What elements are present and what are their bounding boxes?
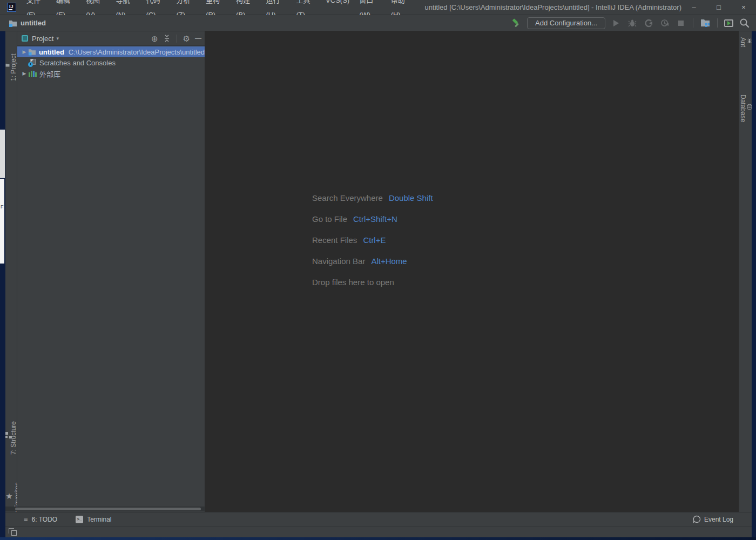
chevron-down-icon[interactable]: ▾ (56, 36, 59, 41)
toolwindow-button-project[interactable]: 1: Project (5, 36, 17, 95)
shortcut-hints: Search Everywhere Double Shift Go to Fil… (312, 187, 433, 293)
hide-panel-icon[interactable]: — (195, 35, 201, 42)
toolbar-separator (717, 18, 718, 28)
bottom-toolwindow-bar: ≡ 6: TODO >_ Terminal Event Log (5, 512, 752, 526)
logo-text: IJ (9, 4, 14, 9)
project-panel: Project ▾ ⊕ ⚙ — ▶ untit (17, 31, 205, 512)
libraries-icon (28, 70, 37, 77)
breadcrumb-project-name: untitled (21, 19, 46, 27)
monitor-play-icon[interactable] (724, 19, 733, 27)
close-button[interactable]: × (731, 0, 756, 15)
tree-row-external-libraries[interactable]: ▶ 外部库 (17, 68, 205, 79)
maximize-button[interactable]: □ (706, 0, 731, 15)
toolwindow-button-structure[interactable]: 7: Structure (5, 406, 17, 465)
minimize-button[interactable]: – (681, 0, 706, 15)
hint-recent-files: Recent Files Ctrl+E (312, 230, 433, 251)
structure-icon (5, 432, 10, 438)
hint-label: Recent Files (312, 235, 357, 245)
tree-item-name: 外部库 (39, 69, 60, 79)
window-controls: – □ × (681, 0, 756, 15)
hint-navigation-bar: Navigation Bar Alt+Home (312, 251, 433, 272)
hint-shortcut: Ctrl+Shift+N (353, 214, 397, 224)
star-icon: ★ (5, 492, 14, 502)
project-panel-hscrollbar[interactable] (5, 507, 205, 511)
event-log-label: Event Log (704, 516, 733, 523)
toolwindow-label-database: Database (739, 94, 747, 122)
hint-label: Navigation Bar (312, 256, 365, 266)
terminal-icon: >_ (76, 516, 83, 523)
expand-arrow-icon[interactable]: ▶ (21, 71, 28, 76)
desktop-edge-bottom (0, 537, 756, 540)
tree-item-name: Scratches and Consoles (39, 59, 116, 67)
tree-item-path: C:\Users\Administrator\IdeaProjects\unti… (69, 48, 205, 56)
gear-icon[interactable]: ⚙ (183, 35, 190, 43)
stop-icon (676, 18, 686, 29)
hint-shortcut: Ctrl+E (363, 235, 386, 245)
tree-row-scratches[interactable]: ▶ Scratches and Consoles (17, 57, 205, 68)
event-log-balloon-icon (693, 515, 701, 523)
add-configuration-button[interactable]: Add Configuration... (527, 17, 605, 29)
tree-row-untitled[interactable]: ▶ untitled C:\Users\Administrator\IdeaPr… (17, 46, 205, 57)
hint-search-everywhere: Search Everywhere Double Shift (312, 187, 433, 208)
screen: IJ 文件(F) 编辑(E) 视图(V) 导航(N) 代码(C) 分析(Z) 重… (0, 0, 756, 540)
toolwindow-button-ant[interactable]: Ant (739, 35, 752, 47)
toolwindow-label-terminal: Terminal (87, 516, 111, 523)
project-structure-icon[interactable] (700, 18, 711, 29)
hint-go-to-file: Go to File Ctrl+Shift+N (312, 208, 433, 230)
toolbar-actions: Add Configuration... (511, 17, 750, 29)
build-hammer-icon[interactable] (511, 18, 522, 29)
title-bar: IJ 文件(F) 编辑(E) 视图(V) 导航(N) 代码(C) 分析(Z) 重… (0, 0, 756, 15)
todo-list-icon: ≡ (24, 515, 28, 523)
event-log-button[interactable]: Event Log (693, 515, 733, 523)
toolwindow-button-todo[interactable]: ≡ 6: TODO (24, 515, 57, 523)
project-tree: ▶ untitled C:\Users\Administrator\IdeaPr… (17, 46, 205, 79)
status-bar (5, 526, 752, 537)
navigation-toolbar: untitled Add Configuration... (0, 15, 756, 31)
background-window-sliver: F (0, 179, 4, 264)
toolwindow-button-database[interactable]: Database (739, 92, 752, 122)
expand-arrow-icon[interactable]: ▶ (21, 49, 28, 55)
locate-file-icon[interactable]: ⊕ (151, 35, 158, 43)
hint-drop-files: Drop files here to open (312, 272, 433, 293)
project-folder-icon (9, 19, 17, 27)
left-toolwindow-bar: 1: Project 7: Structure ★ 2: Favorites (5, 31, 17, 537)
breadcrumb[interactable]: untitled (9, 19, 46, 27)
project-view-icon (22, 35, 28, 42)
run-icon (611, 18, 622, 29)
hint-label: Drop files here to open (312, 278, 394, 287)
project-panel-actions: ⊕ ⚙ — (151, 35, 201, 43)
hint-shortcut: Double Shift (389, 193, 433, 202)
scratches-icon (28, 58, 37, 67)
toolwindow-label-todo: 6: TODO (32, 516, 58, 523)
tree-item-name: untitled (39, 48, 64, 56)
project-panel-title[interactable]: Project (32, 35, 53, 43)
toggle-toolwindow-bars-icon[interactable] (9, 528, 17, 536)
run-with-coverage-icon (643, 18, 654, 29)
folder-icon (5, 63, 10, 69)
desktop-edge-right (752, 31, 756, 540)
project-folder-icon (28, 48, 36, 56)
toolwindow-button-terminal[interactable]: >_ Terminal (76, 516, 111, 523)
window-title: untitled [C:\Users\Administrator\IdeaPro… (425, 3, 681, 11)
background-window-sliver (0, 130, 5, 178)
hint-label: Search Everywhere (312, 193, 383, 202)
intellij-logo-icon: IJ (7, 3, 16, 12)
panel-separator (177, 35, 177, 43)
hint-label: Go to File (312, 214, 347, 224)
toolwindow-label-ant: Ant (739, 37, 747, 47)
search-everywhere-icon[interactable] (739, 18, 750, 29)
hint-shortcut: Alt+Home (371, 256, 407, 266)
collapse-all-icon[interactable] (163, 35, 171, 42)
toolwindow-label-project: 1: Project (10, 54, 17, 82)
desktop-edge-left: F (0, 31, 5, 540)
right-toolwindow-bar: Ant Database (739, 31, 752, 537)
project-panel-header: Project ▾ ⊕ ⚙ — (17, 31, 205, 46)
background-window-text: F (1, 204, 4, 210)
debug-bug-icon (627, 18, 638, 29)
profiler-icon (659, 18, 670, 29)
scrollbar-thumb[interactable] (15, 508, 201, 510)
toolbar-separator (693, 18, 693, 28)
editor-area: Search Everywhere Double Shift Go to Fil… (205, 31, 739, 512)
